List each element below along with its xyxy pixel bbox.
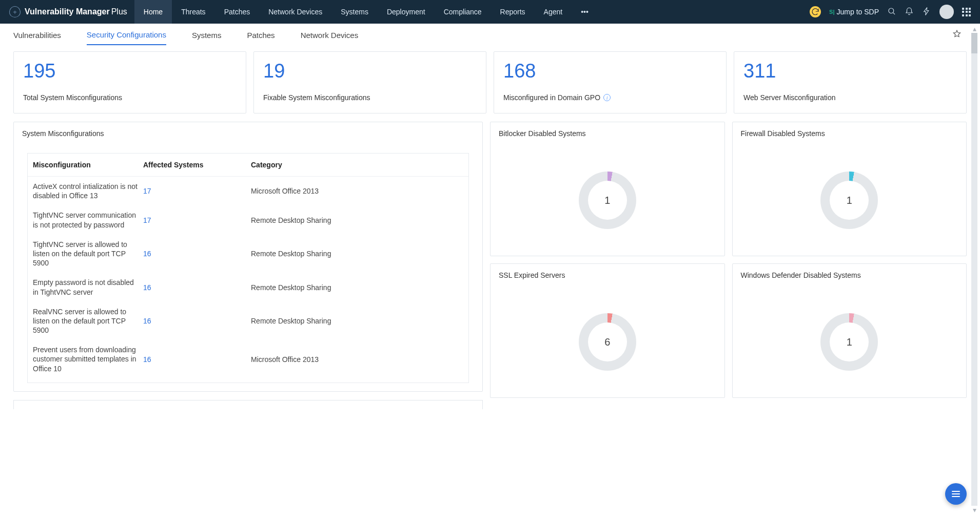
quick-actions-button[interactable] [922, 7, 931, 17]
topnav-item-reports[interactable]: Reports [491, 0, 535, 24]
svg-point-0 [889, 8, 894, 13]
table-row: TightVNC server is allowed to listen on … [28, 235, 468, 273]
row-2: System Misconfigurations Misconfiguratio… [13, 122, 967, 409]
topnav-item-deployment[interactable]: Deployment [378, 0, 435, 24]
topnav: HomeThreatsPatchesNetwork DevicesSystems… [134, 0, 572, 24]
topnav-item-threats[interactable]: Threats [172, 0, 214, 24]
apps-grid-button[interactable] [962, 8, 971, 16]
jump-to-sdp-label: Jump to SDP [837, 8, 879, 16]
scroll-up-icon[interactable]: ▴ [973, 25, 976, 33]
donut-chart: 6 [579, 313, 636, 371]
cell-affected-link[interactable]: 16 [143, 283, 251, 292]
topnav-more[interactable]: ••• [572, 8, 598, 16]
next-panel-peek [13, 400, 483, 409]
refresh-button[interactable] [810, 6, 821, 17]
topbar-right: S| Jump to SDP [810, 5, 980, 19]
cell-misconfig: TightVNC server is allowed to listen on … [33, 240, 143, 268]
col-category[interactable]: Category [251, 161, 463, 169]
cell-misconfig: ActiveX control intialization is not dis… [33, 182, 143, 200]
donut-title: SSL Expired Servers [491, 264, 724, 287]
notifications-button[interactable] [905, 7, 914, 17]
star-icon [952, 29, 962, 39]
avatar-button[interactable] [939, 5, 954, 19]
table-body[interactable]: ActiveX control intialization is not dis… [28, 177, 468, 383]
stat-card-1[interactable]: 19Fixable System Misconfigurations [253, 51, 486, 113]
table-row: RealVNC server is allowed to listen on t… [28, 302, 468, 340]
info-icon[interactable]: i [603, 94, 611, 101]
col-affected[interactable]: Affected Systems [143, 161, 251, 169]
stat-card-2[interactable]: 168Misconfigured in Domain GPOi [494, 51, 727, 113]
donut-card[interactable]: SSL Expired Servers6 [490, 263, 725, 398]
cell-category: Remote Desktop Sharing [251, 317, 463, 325]
cell-affected-link[interactable]: 16 [143, 250, 251, 258]
stat-value: 168 [503, 60, 717, 82]
table-row: ActiveX control intialization is not dis… [28, 177, 468, 205]
subtab-patches[interactable]: Patches [247, 26, 275, 45]
subtab-systems[interactable]: Systems [192, 26, 222, 45]
scroll-down-icon[interactable]: ▾ [973, 506, 976, 514]
topnav-item-patches[interactable]: Patches [215, 0, 260, 24]
donut-value: 1 [588, 181, 627, 220]
donut-holder: 1 [733, 287, 967, 397]
donut-holder: 1 [733, 145, 967, 256]
table-wrap: Misconfiguration Affected Systems Catego… [27, 153, 469, 383]
topnav-item-compliance[interactable]: Compliance [435, 0, 491, 24]
donut-card[interactable]: Bitlocker Disabled Systems1 [490, 122, 725, 256]
bell-icon [905, 7, 914, 16]
donut-value: 1 [830, 181, 869, 220]
fab-menu-button[interactable] [945, 483, 967, 505]
cell-affected-link[interactable]: 16 [143, 317, 251, 325]
cell-affected-link[interactable]: 16 [143, 355, 251, 364]
cell-category: Remote Desktop Sharing [251, 283, 463, 292]
donut-title: Windows Defender Disabled Systems [733, 264, 967, 287]
table-head: Misconfiguration Affected Systems Catego… [28, 154, 468, 177]
stat-value: 195 [23, 60, 237, 82]
donut-card[interactable]: Firewall Disabled Systems1 [732, 122, 967, 256]
topnav-item-agent[interactable]: Agent [535, 0, 572, 24]
cell-misconfig: Prevent users from downloading customer … [33, 345, 143, 373]
topbar: + Vulnerability ManagerPlus HomeThreatsP… [0, 0, 980, 24]
donut-chart: 1 [579, 171, 636, 229]
jump-to-sdp-link[interactable]: S| Jump to SDP [829, 8, 879, 16]
stat-label: Web Server Misconfiguration [743, 93, 957, 102]
donut-chart: 1 [820, 313, 878, 371]
cell-category: Microsoft Office 2013 [251, 187, 463, 195]
stat-card-0[interactable]: 195Total System Misconfigurations [13, 51, 246, 113]
cell-affected-link[interactable]: 17 [143, 187, 251, 195]
subtab-vulnerabilities[interactable]: Vulnerabilities [13, 26, 61, 45]
col-misconfig[interactable]: Misconfiguration [33, 161, 143, 169]
donut-card[interactable]: Windows Defender Disabled Systems1 [732, 263, 967, 398]
system-misconfig-panel: System Misconfigurations Misconfiguratio… [13, 122, 483, 392]
subtab-network-devices[interactable]: Network Devices [301, 26, 359, 45]
shield-plus-icon: + [9, 6, 21, 17]
cell-misconfig: Empty password is not disabled in TightV… [33, 278, 143, 296]
stat-value: 19 [263, 60, 477, 82]
subtabs: VulnerabilitiesSecurity ConfigurationsSy… [0, 24, 980, 47]
cell-misconfig: RealVNC server is allowed to listen on t… [33, 307, 143, 335]
cell-affected-link[interactable]: 17 [143, 216, 251, 224]
topnav-item-systems[interactable]: Systems [331, 0, 378, 24]
search-button[interactable] [887, 7, 896, 17]
subtab-security-configurations[interactable]: Security Configurations [87, 25, 166, 45]
stat-label: Misconfigured in Domain GPOi [503, 93, 717, 102]
panel-title: System Misconfigurations [14, 122, 482, 145]
donut-holder: 6 [491, 287, 724, 397]
table-row: TightVNC server communication is not pro… [28, 205, 468, 234]
topnav-item-network-devices[interactable]: Network Devices [259, 0, 331, 24]
stat-card-3[interactable]: 311Web Server Misconfiguration [734, 51, 967, 113]
lightning-icon [922, 7, 931, 16]
left-column: System Misconfigurations Misconfiguratio… [13, 122, 483, 409]
sdp-badge-icon: S| [829, 9, 834, 15]
brand-bold: Vulnerability Manager [25, 7, 110, 16]
cell-category: Remote Desktop Sharing [251, 250, 463, 258]
stat-label: Fixable System Misconfigurations [263, 93, 477, 102]
search-icon [887, 7, 896, 16]
topnav-item-home[interactable]: Home [134, 0, 172, 24]
brand[interactable]: + Vulnerability ManagerPlus [0, 6, 134, 17]
donut-holder: 1 [491, 145, 724, 256]
refresh-icon [811, 7, 820, 16]
table-row: Users are not prevented from creating ne… [28, 378, 468, 383]
donut-value: 6 [588, 322, 627, 361]
menu-icon [952, 493, 960, 494]
favorite-button[interactable] [952, 29, 962, 41]
